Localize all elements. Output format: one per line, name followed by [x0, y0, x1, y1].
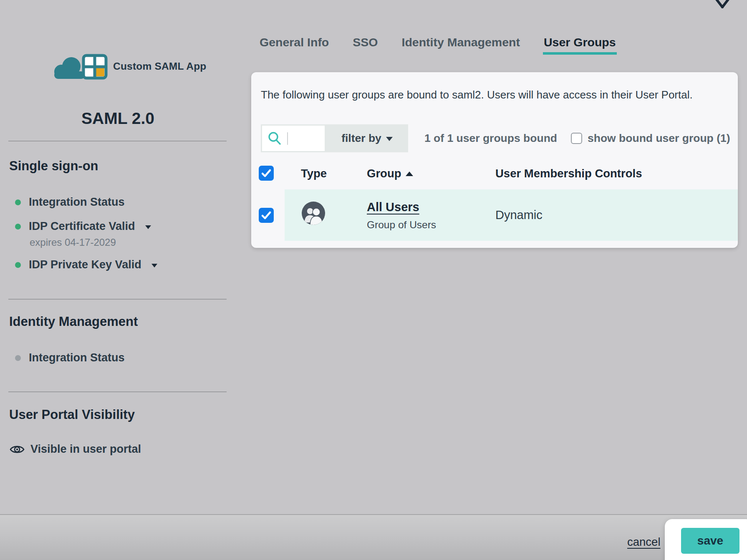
search-box[interactable] [262, 126, 325, 151]
row-checkbox[interactable] [259, 208, 274, 223]
user-group-avatar-icon [301, 201, 326, 225]
checkmark-icon [261, 168, 272, 179]
sidebar-divider [8, 391, 227, 392]
chevron-down-icon[interactable] [145, 225, 151, 229]
checkmark-icon [261, 210, 272, 221]
sort-ascending-icon [406, 172, 413, 176]
search-icon [268, 131, 282, 146]
tab-user-groups[interactable]: User Groups [544, 35, 616, 55]
sidebar-title: SAML 2.0 [8, 109, 227, 128]
sso-section-heading: Single sign-on [9, 159, 98, 174]
column-header-group[interactable]: Group [367, 166, 413, 181]
status-dot-gray-icon [15, 355, 21, 361]
show-bound-checkbox[interactable] [571, 133, 582, 144]
membership-value: Dynamic [495, 189, 543, 241]
idp-private-key-label: IDP Private Key Valid [29, 258, 141, 271]
sso-integration-status-label: Integration Status [29, 196, 125, 209]
column-header-type: Type [301, 166, 327, 181]
cloud-grid-logo-icon [49, 53, 108, 80]
app-logo: Custom SAML App [49, 53, 207, 80]
filter-by-label: filter by [341, 132, 381, 145]
app-logo-label: Custom SAML App [113, 61, 207, 72]
tab-general-info[interactable]: General Info [260, 35, 329, 55]
chevron-down-icon [386, 137, 393, 141]
user-groups-panel: The following user groups are bound to s… [251, 72, 738, 248]
idp-certificate-label: IDP Certificate Valid [29, 220, 135, 233]
sso-integration-status: Integration Status [15, 196, 125, 209]
close-icon[interactable] [710, 0, 734, 8]
idp-certificate-expiry: expires 04-17-2029 [30, 237, 116, 248]
status-dot-green-icon [15, 224, 21, 230]
saml-app-modal: General Info SSO Identity Management Use… [0, 0, 747, 560]
search-filter-bar: filter by [261, 124, 408, 152]
filter-by-dropdown[interactable]: filter by [326, 124, 408, 152]
status-dot-green-icon [15, 199, 21, 205]
im-integration-status: Integration Status [15, 351, 125, 364]
select-all-checkbox[interactable] [259, 166, 274, 181]
sidebar-divider [8, 141, 227, 141]
chevron-down-icon[interactable] [151, 264, 157, 267]
column-header-membership: User Membership Controls [495, 166, 642, 181]
user-portal-visibility-heading: User Portal Visibility [9, 407, 135, 422]
idp-private-key-item[interactable]: IDP Private Key Valid [15, 258, 157, 271]
status-dot-green-icon [15, 262, 21, 268]
visible-in-user-portal: Visible in user portal [9, 443, 141, 456]
cancel-button[interactable]: cancel [627, 535, 661, 549]
column-header-membership-label: User Membership Controls [495, 167, 642, 180]
column-header-type-label: Type [301, 167, 327, 180]
group-type-label: Group of Users [367, 219, 436, 231]
tab-bar: General Info SSO Identity Management Use… [260, 35, 616, 55]
show-bound-toggle: show bound user group (1) [571, 124, 730, 152]
save-button[interactable]: save [681, 528, 739, 554]
eye-icon [9, 444, 25, 455]
tab-identity-management[interactable]: Identity Management [401, 35, 520, 55]
sidebar-divider [8, 299, 227, 300]
show-bound-label: show bound user group (1) [588, 132, 730, 145]
group-name-link[interactable]: All Users [367, 200, 419, 214]
bound-count-text: 1 of 1 user groups bound [424, 124, 557, 152]
tab-sso[interactable]: SSO [353, 35, 378, 55]
panel-description: The following user groups are bound to s… [261, 88, 693, 101]
visible-in-user-portal-label: Visible in user portal [30, 443, 141, 456]
search-input[interactable] [288, 132, 325, 144]
identity-management-heading: Identity Management [9, 314, 138, 329]
column-header-group-label: Group [367, 167, 401, 180]
idp-certificate-item[interactable]: IDP Certificate Valid [15, 220, 151, 233]
save-button-highlight: save [665, 519, 747, 560]
im-integration-status-label: Integration Status [29, 351, 125, 364]
